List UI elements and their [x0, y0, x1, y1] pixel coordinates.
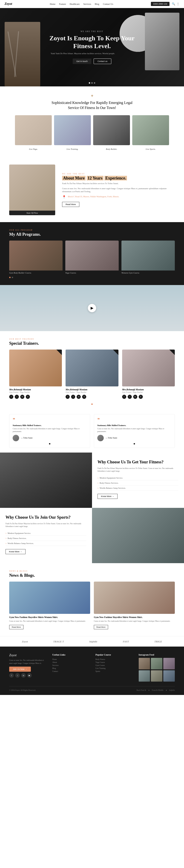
footer-facebook-icon[interactable]: f	[9, 673, 14, 678]
news-read-btn-2[interactable]: Read More	[94, 625, 108, 629]
why-item-3[interactable]: Worlds Balance Jump Services.	[98, 486, 179, 491]
testimonial-dot-1	[13, 443, 87, 444]
testimonial-text-2: Curas ut nunc leo. Nec malesuada bibendu…	[97, 428, 171, 433]
trainer-card-3: Mrs.Rehmatji Moniam Gym Trainer / Yoga T…	[122, 349, 175, 399]
sports-item-1[interactable]: Modern Equipment Service.	[5, 531, 86, 536]
footer-instagram-title: Instagram Feed	[139, 653, 175, 656]
trainer-role-3: Gym Trainer / Yoga Teacher	[122, 391, 175, 393]
news-title: News & Blogs.	[9, 573, 175, 578]
instagram-icon-1[interactable]: in	[20, 395, 24, 399]
nav-home[interactable]: Home	[50, 3, 55, 5]
corner-accent-1	[57, 349, 62, 355]
body-card-img	[93, 115, 130, 145]
footer-bottom-link-2[interactable]: Front & Middle	[152, 689, 163, 691]
corner-accent-3	[169, 349, 175, 355]
trainer-name-2: Mrs.Rehmatji Moniam	[66, 388, 118, 391]
testimonial-cards-section: ❝ Stationary Bills Skilled Trainers. Cur…	[0, 412, 184, 453]
nav-contact[interactable]: Contact Us	[103, 3, 113, 5]
about-content: WE ARE THE BEST About More 12 Years Expe…	[62, 173, 175, 207]
nav-feature[interactable]: Feature	[59, 3, 66, 5]
training-card-img	[54, 115, 91, 145]
sports-item-3[interactable]: Worlds Balance Jump Services.	[5, 541, 86, 546]
fitness-card-yoga: Live Yoga.	[15, 115, 52, 151]
twitter-icon-1[interactable]: t	[15, 395, 19, 399]
footer-social-icons: f t in ▶	[9, 673, 45, 678]
nav-blog[interactable]: Blog	[95, 3, 99, 5]
insta-img-6[interactable]	[163, 670, 175, 682]
twitter-icon-3[interactable]: t	[127, 395, 132, 399]
programs-section: OUR ALL PROGRAM My All Programs. Gym Bod…	[0, 222, 184, 285]
instagram-icon-3[interactable]: in	[133, 395, 137, 399]
facebook-icon-2[interactable]: f	[66, 395, 70, 399]
footer-youtube-icon[interactable]: ▶	[27, 673, 32, 678]
nav-logo[interactable]: Zoyot	[5, 2, 12, 6]
about-read-more-btn[interactable]: Read More	[62, 202, 79, 207]
hero-dot-2[interactable]	[91, 82, 93, 84]
footer-bottom-link-1[interactable]: Back Font &	[137, 689, 146, 691]
footer-link-services[interactable]: Services	[52, 664, 89, 667]
instagram-icon-2[interactable]: in	[77, 395, 81, 399]
linkedin-icon-1[interactable]: li	[26, 395, 30, 399]
hero-start-btn[interactable]: Get In touch	[73, 59, 91, 64]
insta-img-4[interactable]	[139, 670, 150, 682]
linkedin-icon-3[interactable]: li	[139, 395, 143, 399]
insta-img-5[interactable]	[151, 670, 162, 682]
trainer-dot-active[interactable]	[91, 403, 93, 405]
news-read-btn-1[interactable]: Read More	[9, 625, 24, 629]
linkedin-icon-2[interactable]: li	[82, 395, 86, 399]
footer-course-4[interactable]: Live Training	[96, 667, 132, 670]
footer-course-3[interactable]: Gym Course	[96, 664, 132, 667]
programs-grid: Gym Body Builder Course. Yoga Course. Wo…	[9, 241, 175, 274]
why-right-content: Why Choose Us To Get Your Fitness? Funk …	[92, 453, 184, 508]
footer-link-blog[interactable]: Blog	[52, 667, 89, 670]
why-item-2[interactable]: Body Fitness Services.	[98, 480, 179, 486]
insta-img-3[interactable]	[163, 658, 175, 670]
sports-more-btn[interactable]: Know More →	[5, 549, 26, 554]
hero-contact-btn[interactable]: Contact us	[94, 59, 111, 64]
twitter-icon-2[interactable]: t	[71, 395, 75, 399]
footer-top: Zoyot Curas ut nunc leo. Nec malesuada b…	[9, 653, 175, 682]
hero-subtitle: Yunk Yank De Plen Afitaer. Maysion arlin…	[46, 52, 120, 55]
sports-card-img	[132, 115, 169, 145]
footer-link-about[interactable]: About	[52, 661, 89, 664]
footer-join-btn[interactable]: Join Us Now →	[9, 666, 31, 672]
footer-link-contact[interactable]: Contact	[52, 670, 89, 673]
insta-img-2[interactable]	[151, 658, 162, 670]
why-item-1[interactable]: Modern Equipment Service.	[98, 475, 179, 480]
play-btn[interactable]: ▶	[88, 304, 96, 312]
footer-link-home[interactable]: Home	[52, 658, 89, 661]
sports-item-2[interactable]: Body Fitness Services.	[5, 536, 86, 541]
hero-person-left	[5, 22, 40, 86]
menu-icon[interactable]: ⋮	[177, 2, 179, 6]
footer-instagram-icon[interactable]: in	[21, 673, 26, 678]
footer-logo[interactable]: Zoyot	[9, 653, 45, 657]
about-address-link[interactable]: Block C Road 35, Murree, Pallale Washing…	[68, 195, 119, 198]
nav-services[interactable]: Services	[83, 3, 91, 5]
insta-img-1[interactable]	[139, 658, 150, 670]
hero-dot-3[interactable]	[94, 82, 95, 84]
about-tag: State Of Flow	[9, 211, 55, 215]
trainer-img-1	[9, 349, 62, 386]
nav-healthcare[interactable]: Healthcare	[70, 3, 80, 5]
program-dot-1[interactable]	[9, 277, 10, 278]
search-icon[interactable]: 🔍	[172, 2, 175, 6]
program-card-2: Yoga Course.	[65, 241, 119, 274]
brand-2: TRAGE T	[53, 640, 64, 643]
footer-twitter-icon[interactable]: t	[15, 673, 20, 678]
program-dot-2[interactable]	[12, 277, 13, 278]
footer-instagram-grid	[139, 658, 175, 682]
facebook-icon-1[interactable]: f	[9, 395, 13, 399]
footer-bottom-link-3[interactable]: hiqhtile	[169, 689, 175, 691]
footer-course-5[interactable]: Sports	[96, 670, 132, 673]
why-more-btn[interactable]: Know More →	[98, 494, 117, 499]
news-section-label: NEWS & BLOGS	[9, 570, 175, 572]
facebook-icon-3[interactable]: f	[122, 395, 126, 399]
brand-1: Zoyot	[22, 640, 28, 643]
footer-about-text: Curas ut nunc leo. Nec malesuada bibendu…	[9, 659, 45, 665]
footer-course-1[interactable]: Body Fitness	[96, 658, 132, 661]
hero-dot-1[interactable]	[89, 82, 90, 84]
nav-phone-btn[interactable]: 0300-2890-134	[151, 2, 170, 6]
footer-course-2[interactable]: Yoga Course	[96, 661, 132, 664]
why-left-image	[0, 453, 92, 508]
fitness-cards: Live Yoga. Live Training. Body Builder. …	[5, 115, 179, 151]
